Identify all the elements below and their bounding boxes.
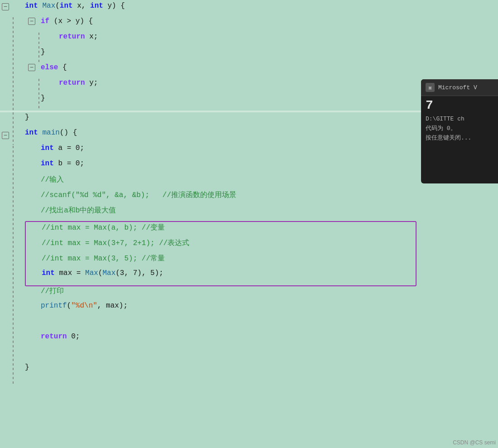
- printf-args: , max);: [97, 302, 128, 310]
- keyword-return-y: return: [59, 79, 85, 87]
- line-close-else: }: [0, 94, 421, 110]
- watermark: CSDN @CS semi: [453, 439, 496, 446]
- param-x: x,: [77, 2, 86, 10]
- decl-a: a = 0;: [58, 144, 84, 152]
- return-0-val: 0;: [71, 332, 80, 341]
- blank-line-2: [0, 348, 421, 363]
- fn-name-main: main: [42, 129, 59, 137]
- panel-text: D:\GITTE ch 代码为 0。 按任意键关闭...: [421, 115, 498, 143]
- line-close-main: }: [0, 363, 421, 379]
- max-args: (3, 7), 5);: [115, 269, 163, 277]
- line-comment-print: //打印: [0, 286, 421, 302]
- else-block: − else { return y; }: [0, 63, 421, 110]
- fn-main-block: − int main () { int a = 0; int b = 0; //…: [0, 129, 421, 379]
- line-comment-find: //找出a和b中的最大值: [0, 206, 421, 221]
- line-if: if (x > y) {: [0, 17, 421, 33]
- panel-title: Microsoft V: [438, 84, 477, 91]
- comment-max3: //int max = Max(3, 5); //常量: [42, 254, 165, 263]
- printf-paren: (: [67, 302, 72, 310]
- comment-max1: //int max = Max(a, b); //变量: [42, 223, 165, 232]
- keyword-int3: int: [90, 2, 103, 10]
- return-y-val: y;: [89, 79, 98, 87]
- param-y: y) {: [108, 2, 125, 10]
- collapse-if-button[interactable]: −: [28, 17, 37, 25]
- decl-b: b = 0;: [58, 159, 84, 168]
- panel-header: ▣ Microsoft V: [421, 79, 498, 96]
- fn-max-block: − int Max ( int x, int y) { − if (x > y)…: [0, 0, 421, 129]
- line-return-0: return 0;: [0, 332, 421, 348]
- panel-line-1: D:\GITTE ch: [426, 115, 493, 124]
- keyword-else: else: [41, 63, 58, 72]
- line-return-x: return x;: [0, 33, 421, 48]
- minus-if-icon[interactable]: −: [28, 18, 35, 25]
- main-parens: () {: [60, 129, 77, 137]
- keyword-if: if: [41, 17, 49, 25]
- fn-max-call2: Max: [102, 269, 115, 277]
- return-x-val: x;: [89, 33, 98, 41]
- separator-highlight: [0, 111, 421, 112]
- line-fn-header: int Max ( int x, int y) {: [0, 2, 421, 17]
- max-assign: max =: [59, 269, 85, 277]
- comment-find: //找出a和b中的最大值: [41, 206, 116, 215]
- close-brace-if: }: [41, 48, 45, 56]
- line-comment-max2: //int max = Max(3+7, 2+1); //表达式: [26, 238, 416, 254]
- line-comment-max1: //int max = Max(a, b); //变量: [26, 223, 416, 238]
- line-int-max: int max = Max ( Max (3, 7), 5);: [26, 269, 416, 284]
- comment-input: //输入: [41, 175, 64, 184]
- minus-icon[interactable]: −: [2, 3, 9, 10]
- keyword-int-a: int: [41, 144, 54, 152]
- minus-else-icon[interactable]: −: [28, 64, 35, 71]
- printf-fmt: "%d\n": [71, 302, 97, 310]
- fn-name-max: Max: [42, 2, 55, 10]
- else-brace: {: [58, 63, 67, 72]
- minus-main-icon[interactable]: −: [2, 132, 9, 139]
- keyword-return-0: return: [41, 332, 67, 341]
- keyword-int2: int: [60, 2, 73, 10]
- line-else: else {: [0, 63, 421, 79]
- if-cond: (x > y) {: [49, 17, 93, 25]
- collapse-main-button[interactable]: −: [2, 131, 11, 140]
- fn-params: (: [55, 2, 60, 10]
- close-brace-max: }: [25, 113, 29, 121]
- fn-printf: printf: [41, 302, 67, 310]
- line-comment-max3: //int max = Max(3, 5); //常量: [26, 254, 416, 269]
- keyword-int-b: int: [41, 159, 54, 168]
- line-int-a: int a = 0;: [0, 144, 421, 159]
- highlight-box: //int max = Max(a, b); //变量 //int max = …: [25, 221, 417, 286]
- keyword-int-main: int: [25, 129, 38, 137]
- if-block: − if (x > y) { return x; }: [0, 17, 421, 63]
- comment-max2: //int max = Max(3+7, 2+1); //表达式: [42, 238, 189, 248]
- collapse-else-button[interactable]: −: [28, 63, 37, 72]
- close-brace-main: }: [25, 363, 29, 371]
- keyword-return-x: return: [59, 33, 85, 41]
- code-editor: − int Max ( int x, int y) { − if (x > y)…: [0, 0, 421, 448]
- line-close-if: }: [0, 48, 421, 63]
- panel-line-3: 按任意键关闭...: [426, 134, 493, 143]
- panel-line-2: 代码为 0。: [426, 124, 493, 134]
- line-return-y: return y;: [0, 79, 421, 94]
- max-paren1: (: [98, 269, 103, 277]
- line-close-max: }: [0, 113, 421, 129]
- panel-number: 7: [421, 96, 498, 115]
- keyword-int-max: int: [42, 269, 55, 277]
- line-int-b: int b = 0;: [0, 159, 421, 175]
- blank-line-1: [0, 317, 421, 332]
- terminal-icon: ▣: [429, 85, 432, 91]
- close-brace-else: }: [41, 94, 45, 102]
- side-panel: ▣ Microsoft V 7 D:\GITTE ch 代码为 0。 按任意键关…: [421, 79, 498, 183]
- panel-icon: ▣: [426, 83, 435, 92]
- line-main-header: int main () {: [0, 129, 421, 144]
- comment-scanf: //scanf("%d %d", &a, &b); //推演函数的使用场景: [41, 190, 236, 200]
- comment-print: //打印: [41, 286, 64, 296]
- collapse-max-button[interactable]: −: [2, 3, 11, 11]
- line-comment-input: //输入: [0, 175, 421, 190]
- line-printf: printf ( "%d\n" , max);: [0, 302, 421, 317]
- keyword-int: int: [25, 2, 38, 10]
- fn-max-call1: Max: [85, 269, 98, 277]
- line-comment-scanf: //scanf("%d %d", &a, &b); //推演函数的使用场景: [0, 190, 421, 206]
